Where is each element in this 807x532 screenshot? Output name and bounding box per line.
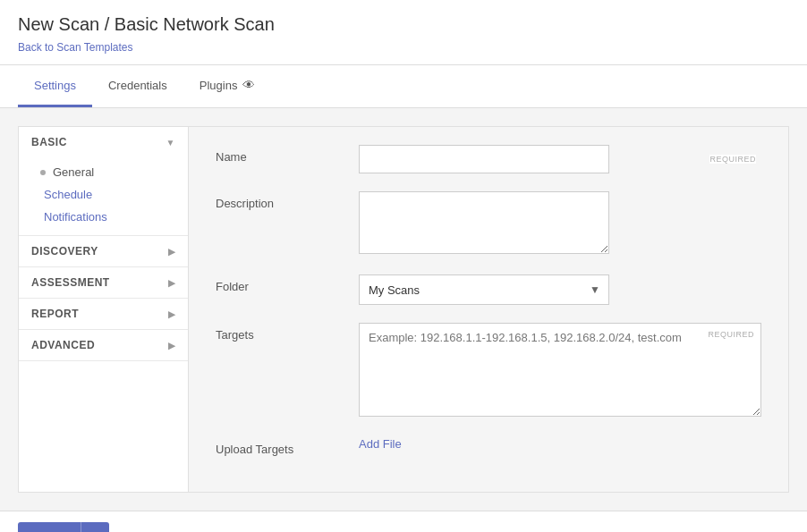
sidebar-basic-sub-items: General Schedule Notifications (19, 157, 188, 235)
sidebar-item-schedule[interactable]: Schedule (19, 183, 188, 206)
chevron-right-icon: ▶ (168, 278, 176, 288)
name-input-wrap: REQUIRED (359, 145, 761, 173)
sidebar-section-report: REPORT ▶ (19, 299, 188, 330)
folder-select[interactable]: My Scans All Scans Trash (359, 274, 609, 305)
dot-icon (40, 170, 46, 175)
sidebar-section-basic-header[interactable]: BASIC ▼ (19, 127, 188, 157)
name-input[interactable] (359, 145, 609, 173)
name-label: Name (216, 145, 359, 164)
sidebar-section-advanced-header[interactable]: ADVANCED ▶ (19, 330, 188, 360)
form-panel: Name REQUIRED Description Folder My Scan… (188, 126, 789, 493)
sidebar-section-basic: BASIC ▼ General Schedule Notifications (19, 127, 188, 236)
targets-row: Targets REQUIRED (216, 323, 761, 419)
footer-bar: Save ▼ Cancel (0, 511, 807, 532)
back-link[interactable]: Back to Scan Templates (18, 41, 133, 54)
tab-bar: Settings Credentials Plugins 👁 (0, 65, 807, 108)
save-btn-group: Save ▼ (18, 522, 109, 532)
sidebar-section-assessment-header[interactable]: ASSESSMENT ▶ (19, 267, 188, 298)
sidebar-item-notifications[interactable]: Notifications (19, 206, 188, 228)
targets-control: REQUIRED (359, 323, 761, 419)
folder-label: Folder (216, 274, 359, 293)
targets-required-badge: REQUIRED (708, 330, 754, 339)
page-header: New Scan / Basic Network Scan Back to Sc… (0, 0, 807, 65)
save-dropdown-button[interactable]: ▼ (81, 522, 109, 532)
tab-plugins[interactable]: Plugins 👁 (183, 65, 272, 107)
targets-wrap: REQUIRED (359, 323, 761, 419)
upload-targets-row: Upload Targets Add File (216, 437, 761, 456)
name-control: REQUIRED (359, 145, 761, 173)
description-row: Description (216, 191, 761, 257)
sidebar-item-general[interactable]: General (19, 161, 188, 183)
save-button[interactable]: Save (18, 522, 81, 532)
sidebar: BASIC ▼ General Schedule Notifications D… (18, 126, 188, 493)
name-row: Name REQUIRED (216, 145, 761, 173)
chevron-right-icon: ▶ (168, 309, 176, 319)
name-required-badge: REQUIRED (709, 155, 756, 164)
targets-label: Targets (216, 323, 359, 342)
sidebar-section-report-header[interactable]: REPORT ▶ (19, 299, 188, 329)
chevron-down-icon: ▼ (166, 138, 175, 148)
page-title: New Scan / Basic Network Scan (18, 14, 789, 35)
upload-targets-control: Add File (359, 437, 761, 451)
folder-select-wrap: My Scans All Scans Trash ▼ (359, 274, 609, 305)
cancel-button[interactable]: Cancel (127, 522, 170, 532)
sidebar-section-discovery-header[interactable]: DISCOVERY ▶ (19, 236, 188, 266)
folder-row: Folder My Scans All Scans Trash ▼ (216, 274, 761, 305)
description-label: Description (216, 191, 359, 210)
sidebar-section-advanced: ADVANCED ▶ (19, 330, 188, 361)
targets-input[interactable] (359, 323, 761, 417)
eye-icon: 👁 (242, 78, 255, 92)
sidebar-section-assessment: ASSESSMENT ▶ (19, 267, 188, 299)
chevron-right-icon: ▶ (168, 341, 176, 350)
main-content: BASIC ▼ General Schedule Notifications D… (0, 108, 807, 511)
description-input[interactable] (359, 191, 609, 254)
upload-targets-label: Upload Targets (216, 437, 359, 456)
sidebar-section-discovery: DISCOVERY ▶ (19, 236, 188, 267)
add-file-link[interactable]: Add File (359, 437, 402, 451)
tab-credentials[interactable]: Credentials (92, 66, 183, 107)
description-control (359, 191, 761, 257)
tab-settings[interactable]: Settings (18, 66, 92, 107)
folder-control: My Scans All Scans Trash ▼ (359, 274, 761, 305)
chevron-right-icon: ▶ (168, 247, 176, 257)
